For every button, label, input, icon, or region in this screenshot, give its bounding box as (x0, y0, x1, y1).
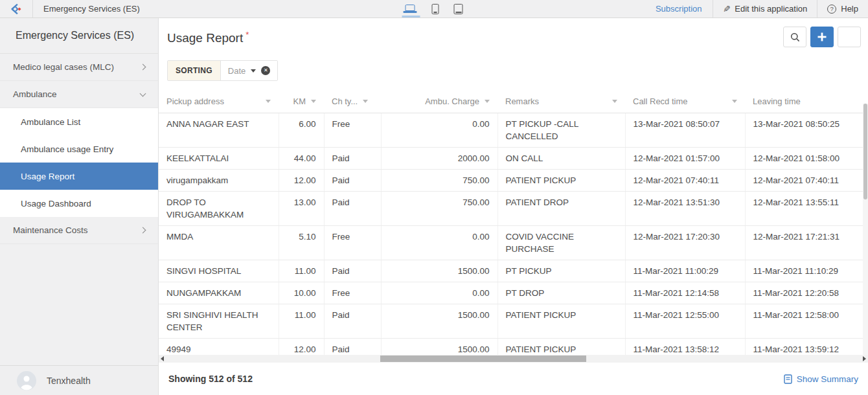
table-row[interactable]: NUNGAMPAKKAM 10.00 Free 0.00 PT DROP 11-… (159, 282, 863, 304)
help-button[interactable]: Help (817, 0, 868, 17)
cell-km: 6.00 (279, 113, 324, 147)
app-window: Emergency Services (ES) Subscription Edi… (0, 0, 868, 395)
report-table-area: Pickup address KM Ch ty... Ambu. Charge (159, 91, 868, 355)
table-row[interactable]: 49949 12.00 Paid 1500.00 PATIENT PICKUP … (159, 338, 863, 355)
page-title-text: Usage Report (167, 31, 243, 45)
table-row[interactable]: DROP TO VIRUGAMBAKKAM 13.00 Paid 750.00 … (159, 191, 863, 225)
column-header-call-recd-time[interactable]: Call Recd time (625, 91, 745, 113)
vertical-scrollbar[interactable] (863, 104, 868, 355)
cell-leaving-time: 11-Mar-2021 12:20:58 (745, 282, 863, 304)
column-label: Call Recd time (633, 96, 688, 106)
cell-km: 11.00 (279, 260, 324, 282)
filter-caret-icon[interactable] (732, 100, 737, 103)
device-phone-button[interactable] (430, 0, 441, 17)
filter-caret-icon[interactable] (266, 100, 271, 103)
table-row[interactable]: SINGVI HOSPITAL 11.00 Paid 1500.00 PT PI… (159, 260, 863, 282)
zoho-creator-logo[interactable] (0, 0, 32, 17)
cell-call-recd-time: 12-Mar-2021 13:51:30 (625, 191, 745, 225)
table-row[interactable]: virugampakkam 12.00 Paid 750.00 PATIENT … (159, 169, 863, 191)
cell-leaving-time: 11-Mar-2021 11:10:29 (745, 260, 863, 282)
document-icon (784, 374, 792, 384)
table-row[interactable]: KEELKATTALAI 44.00 Paid 2000.00 ON CALL … (159, 147, 863, 169)
table-header-row: Pickup address KM Ch ty... Ambu. Charge (159, 91, 863, 113)
cell-pickup-address: ANNA NAGAR EAST (159, 113, 279, 147)
filter-caret-icon[interactable] (612, 100, 617, 103)
cell-charge-type: Free (324, 225, 381, 260)
show-summary-link[interactable]: Show Summary (784, 374, 858, 384)
horizontal-scrollbar-thumb[interactable] (380, 356, 586, 362)
cell-ambu-charge: 750.00 (381, 191, 497, 225)
column-header-charge-type[interactable]: Ch ty... (324, 91, 381, 113)
sidebar-item-usage-dashboard[interactable]: Usage Dashboard (0, 190, 158, 217)
cell-remarks: PATIENT PICKUP (497, 338, 625, 355)
device-laptop-button[interactable] (404, 0, 419, 17)
column-label: Remarks (505, 96, 539, 106)
cell-remarks: PATIENT PICKUP (497, 169, 625, 191)
column-header-km[interactable]: KM (279, 91, 324, 113)
cell-pickup-address: NUNGAMPAKKAM (159, 282, 279, 304)
column-label: Ambu. Charge (425, 96, 479, 106)
cell-call-recd-time: 11-Mar-2021 11:00:29 (625, 260, 745, 282)
subscription-link[interactable]: Subscription (645, 0, 713, 17)
sidebar-item-ambulance-list[interactable]: Ambulance List (0, 108, 158, 135)
user-name: Tenxhealth (47, 376, 91, 386)
cell-ambu-charge: 1500.00 (381, 304, 497, 338)
edit-application-button[interactable]: Edit this application (713, 0, 817, 17)
cell-charge-type: Paid (324, 338, 381, 355)
device-tablet-button[interactable] (452, 0, 465, 17)
sidebar-item-ambulance-usage-entry[interactable]: Ambulance usage Entry (0, 135, 158, 163)
filter-caret-icon[interactable] (485, 100, 490, 103)
sorting-row: SORTING Date (159, 60, 868, 81)
scroll-right-arrow-icon[interactable] (863, 356, 866, 361)
sidebar-item-ambulance[interactable]: Ambulance (0, 81, 158, 108)
help-label: Help (841, 4, 858, 14)
cell-km: 12.00 (279, 338, 324, 355)
sidebar-item-maintenance-costs[interactable]: Maintenance Costs (0, 217, 158, 244)
cell-ambu-charge: 0.00 (381, 282, 497, 304)
add-record-button[interactable] (810, 27, 834, 47)
horizontal-scrollbar[interactable] (159, 355, 868, 363)
table-row[interactable]: ANNA NAGAR EAST 6.00 Free 0.00 PT PICKUP… (159, 113, 863, 147)
remove-sort-button[interactable] (261, 66, 270, 75)
sidebar-item-medico-legal-cases[interactable]: Medico legal cases (MLC) (0, 54, 158, 81)
cell-km: 13.00 (279, 191, 324, 225)
sidebar-item-label: Ambulance List (21, 117, 80, 127)
table-row[interactable]: SRI SINGHIVI HEALTH CENTER 11.00 Paid 15… (159, 304, 863, 338)
filter-caret-icon[interactable] (311, 100, 316, 103)
sidebar-item-usage-report[interactable]: Usage Report (0, 163, 158, 190)
search-button[interactable] (783, 27, 806, 47)
cell-charge-type: Paid (324, 147, 381, 169)
required-marker: * (246, 30, 249, 40)
table-row[interactable]: MMDA 5.10 Free 0.00 COVID VACCINE PURCHA… (159, 225, 863, 260)
user-account[interactable]: Tenxhealth (0, 365, 158, 395)
pencil-icon (723, 4, 731, 14)
sidebar: Emergency Services (ES) Medico legal cas… (0, 18, 159, 395)
cell-ambu-charge: 750.00 (381, 169, 497, 191)
cell-remarks: PT DROP (497, 282, 625, 304)
topbar-app-name: Emergency Services (ES) (33, 4, 150, 14)
sidebar-item-label: Usage Report (21, 172, 74, 181)
cell-pickup-address: virugampakkam (159, 169, 279, 191)
topbar: Emergency Services (ES) Subscription Edi… (0, 0, 868, 18)
column-header-leaving-time[interactable]: Leaving time (745, 91, 863, 113)
filter-caret-icon[interactable] (363, 100, 368, 103)
vertical-scrollbar-thumb[interactable] (863, 104, 867, 199)
avatar (17, 371, 36, 390)
cell-charge-type: Paid (324, 260, 381, 282)
scroll-left-arrow-icon[interactable] (161, 356, 164, 361)
column-header-pickup-address[interactable]: Pickup address (159, 91, 279, 113)
sorting-field-dropdown[interactable]: Date (221, 61, 277, 80)
report-actions (783, 27, 861, 47)
cell-remarks: PATIENT PICKUP (497, 304, 625, 338)
cell-leaving-time: 12-Mar-2021 13:55:11 (745, 191, 863, 225)
column-header-ambu-charge[interactable]: Ambu. Charge (381, 91, 497, 113)
more-options-button[interactable] (838, 27, 861, 47)
column-header-remarks[interactable]: Remarks (497, 91, 625, 113)
cell-call-recd-time: 13-Mar-2021 08:50:07 (625, 113, 745, 147)
cell-remarks: COVID VACCINE PURCHASE (497, 225, 625, 260)
device-preview-switcher (404, 0, 465, 17)
cell-pickup-address: SINGVI HOSPITAL (159, 260, 279, 282)
sidebar-nav: Medico legal cases (MLC) Ambulance Ambul… (0, 54, 158, 365)
cell-ambu-charge: 2000.00 (381, 147, 497, 169)
cell-charge-type: Paid (324, 191, 381, 225)
